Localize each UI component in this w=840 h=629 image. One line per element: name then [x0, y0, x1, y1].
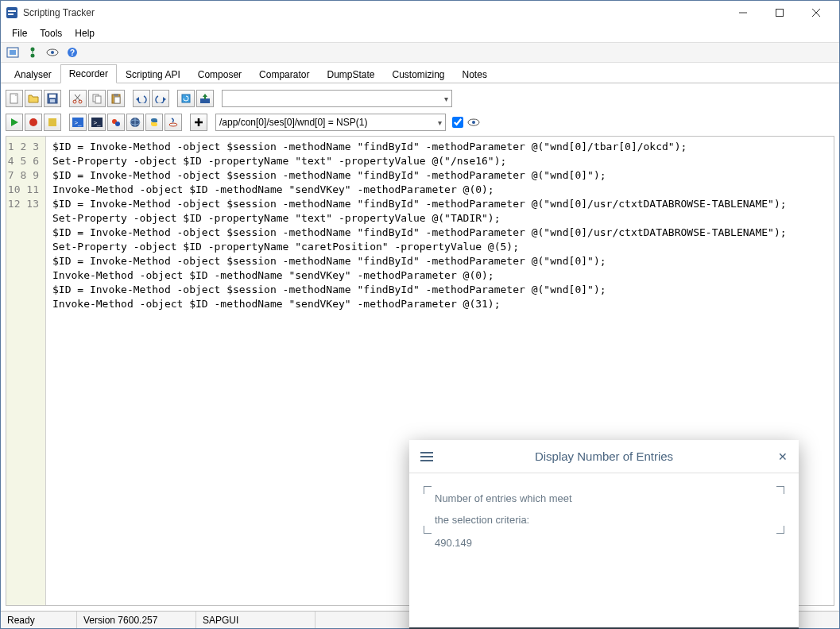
refresh-checkbox[interactable]: [452, 117, 463, 128]
screencap-icon[interactable]: [4, 44, 21, 60]
dialog-header: Display Number of Entries ✕: [409, 440, 799, 473]
svg-marker-35: [203, 94, 207, 99]
open-button[interactable]: [25, 90, 42, 107]
dialog-body: Number of entries which meet the selecti…: [409, 473, 799, 627]
java-icon[interactable]: [165, 114, 182, 131]
svg-rect-30: [114, 97, 120, 103]
content-area: ▾ >_ >_ /app/con[0]/ses[0]/wnd[0] = NSP(…: [1, 83, 839, 611]
maximize-button[interactable]: [761, 1, 798, 25]
svg-rect-21: [50, 99, 55, 102]
dialog-close-icon[interactable]: ✕: [772, 450, 788, 463]
redo-button[interactable]: [152, 90, 169, 107]
structure-icon[interactable]: [24, 44, 41, 60]
powershell-blue-icon[interactable]: >_: [69, 114, 87, 131]
svg-point-9: [31, 48, 35, 52]
cut-button[interactable]: [69, 90, 87, 107]
svg-marker-36: [11, 118, 18, 126]
tab-analyser[interactable]: Analyser: [6, 65, 60, 83]
svg-rect-8: [10, 50, 16, 55]
play-button[interactable]: [6, 114, 23, 131]
color-dot-icon[interactable]: [107, 114, 125, 131]
svg-point-44: [115, 122, 120, 126]
tab-composer[interactable]: Composer: [189, 65, 250, 83]
status-ready: Ready: [1, 612, 77, 628]
titlebar: Scripting Tracker: [1, 1, 839, 25]
status-version: Version 7600.257: [77, 612, 196, 628]
tab-dumpstate[interactable]: DumpState: [318, 65, 383, 83]
svg-rect-2: [8, 14, 14, 15]
svg-point-13: [51, 51, 54, 54]
add-button[interactable]: [190, 114, 207, 131]
app-window: Scripting Tracker File Tools Help ? Anal…: [0, 0, 840, 629]
svg-marker-31: [136, 97, 139, 102]
tab-scripting-api[interactable]: Scripting API: [117, 65, 189, 83]
svg-text:?: ?: [70, 48, 75, 57]
menu-file[interactable]: File: [6, 26, 33, 41]
minimize-button[interactable]: [725, 1, 761, 25]
record-button[interactable]: [25, 114, 42, 131]
main-toolbar: ?: [1, 42, 839, 63]
svg-rect-20: [49, 95, 56, 98]
save-button[interactable]: [44, 90, 61, 107]
svg-rect-27: [95, 96, 101, 103]
svg-point-37: [29, 118, 37, 126]
eye-refresh-icon[interactable]: [465, 114, 482, 131]
path-combo[interactable]: /app/con[0]/ses[0]/wnd[0] = NSP(1)▾: [215, 114, 446, 131]
svg-marker-32: [163, 97, 166, 102]
svg-text:>_: >_: [93, 119, 101, 126]
import-button[interactable]: [196, 90, 214, 107]
sub-toolbar-row1: ▾: [6, 88, 834, 109]
python-icon[interactable]: [145, 114, 163, 131]
close-button[interactable]: [798, 1, 834, 25]
svg-point-48: [169, 123, 177, 126]
svg-rect-1: [8, 10, 16, 12]
svg-point-52: [472, 121, 475, 124]
menu-tools[interactable]: Tools: [33, 26, 68, 41]
dialog-value: 490.149: [435, 537, 776, 549]
powershell-dark-icon[interactable]: >_: [88, 114, 106, 131]
language-combo[interactable]: ▾: [222, 90, 452, 107]
sub-toolbar-row2: >_ >_ /app/con[0]/ses[0]/wnd[0] = NSP(1)…: [6, 112, 834, 133]
menubar: File Tools Help: [1, 25, 839, 42]
reload-button[interactable]: [177, 90, 195, 107]
stop-button[interactable]: [44, 114, 61, 131]
svg-rect-0: [6, 7, 17, 18]
status-connection: SAPGUI: [196, 612, 315, 628]
entries-dialog: Display Number of Entries ✕ Number of en…: [409, 440, 799, 629]
tab-notes[interactable]: Notes: [454, 65, 496, 83]
svg-text:>_: >_: [74, 119, 82, 126]
menu-help[interactable]: Help: [68, 26, 101, 41]
tab-recorder[interactable]: Recorder: [60, 64, 117, 83]
tab-customizing[interactable]: Customizing: [384, 65, 454, 83]
eye-icon[interactable]: [44, 44, 61, 60]
svg-rect-38: [48, 118, 56, 126]
app-icon: [6, 6, 18, 19]
svg-rect-4: [776, 10, 784, 17]
copy-button[interactable]: [88, 90, 106, 107]
globe-icon[interactable]: [126, 114, 144, 131]
dialog-line1: Number of entries which meet: [435, 492, 776, 504]
tab-comparator[interactable]: Comparator: [250, 65, 318, 83]
dialog-line2: the selection criteria:: [435, 514, 776, 526]
window-title: Scripting Tracker: [23, 7, 725, 18]
line-gutter: 1 2 3 4 5 6 7 8 9 10 11 12 13: [6, 137, 46, 605]
tab-strip: Analyser Recorder Scripting API Composer…: [1, 63, 839, 83]
svg-point-10: [31, 54, 35, 58]
svg-rect-29: [114, 94, 118, 96]
help-icon[interactable]: ?: [64, 44, 81, 60]
path-value: /app/con[0]/ses[0]/wnd[0] = NSP(1): [219, 117, 367, 128]
new-button[interactable]: [6, 90, 23, 107]
svg-marker-18: [29, 95, 38, 102]
dialog-title: Display Number of Entries: [436, 450, 772, 463]
hamburger-icon[interactable]: [420, 452, 436, 461]
undo-button[interactable]: [133, 90, 150, 107]
paste-button[interactable]: [107, 90, 125, 107]
